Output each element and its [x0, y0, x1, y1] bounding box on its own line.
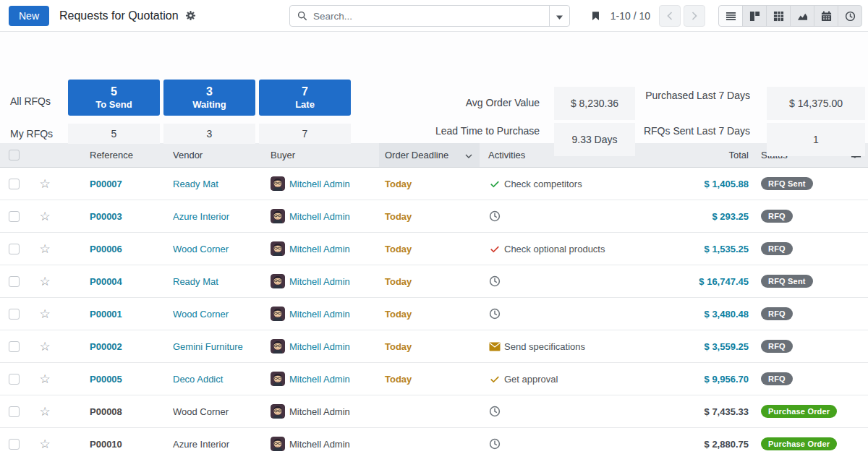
table-body: ☆ P00007 Ready Mat Mitchell Admin Today … [0, 168, 868, 454]
reference-link[interactable]: P00007 [90, 179, 122, 189]
buyer-link[interactable]: Mitchell Admin [289, 309, 350, 320]
star-icon[interactable]: ☆ [39, 210, 50, 223]
star-icon[interactable]: ☆ [39, 406, 50, 418]
activity-icon[interactable] [488, 275, 501, 287]
star-icon[interactable]: ☆ [39, 308, 50, 320]
reference-link[interactable]: P00004 [90, 276, 122, 287]
search-input[interactable] [313, 11, 549, 22]
row-checkbox[interactable] [9, 374, 20, 385]
vendor-link[interactable]: Wood Corner [173, 309, 229, 320]
vendor-link[interactable]: Azure Interior [173, 439, 229, 450]
star-icon[interactable]: ☆ [39, 373, 50, 385]
row-checkbox[interactable] [9, 439, 20, 450]
row-checkbox[interactable] [9, 406, 20, 417]
column-header-vendor[interactable]: Vendor [173, 143, 271, 167]
total-amount: $ 16,747.45 [699, 276, 749, 287]
buyer-link[interactable]: Mitchell Admin [289, 244, 350, 254]
table-row[interactable]: ☆ P00006 Wood Corner Mitchell Admin Toda… [0, 233, 868, 265]
calendar-view-icon[interactable] [814, 5, 838, 27]
reference-link[interactable]: P00010 [90, 439, 122, 450]
stat-value-avg-order-value: $ 8,230.36 [554, 87, 635, 120]
avatar [271, 372, 285, 386]
gear-icon[interactable] [185, 10, 196, 21]
row-checkbox[interactable] [9, 341, 20, 352]
row-checkbox[interactable] [9, 179, 20, 189]
activity-icon[interactable] [488, 308, 501, 320]
my-waiting-count[interactable]: 3 [163, 124, 255, 144]
star-icon[interactable]: ☆ [39, 438, 50, 450]
kpi-late[interactable]: 7 Late [259, 80, 351, 116]
column-header-order-deadline[interactable]: Order Deadline [379, 143, 480, 167]
total-amount: $ 7,435.33 [705, 406, 749, 417]
reference-link[interactable]: P00001 [90, 309, 122, 320]
search-bar[interactable] [289, 5, 570, 27]
star-icon[interactable]: ☆ [39, 275, 50, 288]
list-view-icon[interactable] [718, 5, 743, 27]
reference-link[interactable]: P00008 [90, 406, 122, 417]
row-checkbox[interactable] [9, 309, 20, 320]
kpi-waiting[interactable]: 3 Waiting [163, 80, 255, 116]
table-row[interactable]: ☆ P00010 Azure Interior Mitchell Admin $… [0, 428, 868, 454]
table-row[interactable]: ☆ P00007 Ready Mat Mitchell Admin Today … [0, 168, 868, 200]
bookmark-icon[interactable] [591, 10, 600, 22]
kanban-view-icon[interactable] [742, 5, 767, 27]
activity-icon[interactable] [488, 179, 501, 189]
vendor-link[interactable]: Wood Corner [173, 406, 229, 417]
activity-icon[interactable] [488, 406, 501, 417]
star-icon[interactable]: ☆ [39, 340, 50, 353]
order-deadline: Today [385, 244, 412, 254]
row-checkbox[interactable] [9, 211, 20, 222]
vendor-link[interactable]: Ready Mat [173, 179, 218, 189]
new-button[interactable]: New [9, 6, 49, 26]
vendor-link[interactable]: Azure Interior [173, 211, 229, 222]
row-checkbox[interactable] [9, 244, 20, 254]
reference-link[interactable]: P00005 [90, 374, 122, 385]
filter-all-rfqs[interactable]: All RFQs [10, 95, 51, 107]
buyer-link[interactable]: Mitchell Admin [289, 439, 350, 450]
activity-view-icon[interactable] [838, 5, 862, 27]
vendor-link[interactable]: Ready Mat [173, 276, 218, 287]
activity-icon[interactable] [488, 374, 501, 384]
vendor-link[interactable]: Deco Addict [173, 374, 223, 385]
vendor-link[interactable]: Gemini Furniture [173, 341, 243, 352]
table-row[interactable]: ☆ P00001 Wood Corner Mitchell Admin Toda… [0, 298, 868, 330]
row-checkbox[interactable] [9, 276, 20, 287]
column-header-total[interactable]: Total [665, 143, 752, 167]
column-header-buyer[interactable]: Buyer [271, 143, 379, 167]
column-header-reference[interactable]: Reference [61, 143, 173, 167]
star-icon[interactable]: ☆ [39, 178, 50, 190]
reference-link[interactable]: P00006 [90, 244, 122, 254]
star-icon[interactable]: ☆ [39, 243, 50, 255]
my-late-count[interactable]: 7 [259, 124, 351, 144]
filter-my-rfqs[interactable]: My RFQs [10, 128, 53, 140]
order-deadline: Today [385, 309, 412, 320]
table-row[interactable]: ☆ P00003 Azure Interior Mitchell Admin T… [0, 200, 868, 233]
select-all-checkbox[interactable] [9, 150, 20, 160]
graph-view-icon[interactable] [790, 5, 814, 27]
kpi-to-send[interactable]: 5 To Send [68, 80, 160, 116]
buyer-link[interactable]: Mitchell Admin [289, 374, 350, 385]
purchase-dashboard: All RFQs My RFQs 5 To Send 3 Waiting 7 L… [0, 32, 868, 143]
total-amount: $ 3,480.48 [705, 309, 749, 320]
buyer-link[interactable]: Mitchell Admin [289, 406, 350, 417]
pager-next-button[interactable] [684, 5, 705, 27]
table-row[interactable]: ☆ P00002 Gemini Furniture Mitchell Admin… [0, 330, 868, 363]
buyer-link[interactable]: Mitchell Admin [289, 341, 350, 352]
vendor-link[interactable]: Wood Corner [173, 244, 229, 254]
buyer-link[interactable]: Mitchell Admin [289, 211, 350, 222]
buyer-link[interactable]: Mitchell Admin [289, 276, 350, 287]
pivot-view-icon[interactable] [766, 5, 791, 27]
table-row[interactable]: ☆ P00005 Deco Addict Mitchell Admin Toda… [0, 363, 868, 395]
table-row[interactable]: ☆ P00008 Wood Corner Mitchell Admin $ 7,… [0, 395, 868, 428]
reference-link[interactable]: P00003 [90, 211, 122, 222]
reference-link[interactable]: P00002 [90, 341, 122, 352]
activity-icon[interactable] [488, 244, 501, 254]
activity-icon[interactable] [488, 210, 501, 222]
pager-previous-button[interactable] [659, 5, 681, 27]
buyer-link[interactable]: Mitchell Admin [289, 179, 350, 189]
table-row[interactable]: ☆ P00004 Ready Mat Mitchell Admin Today … [0, 265, 868, 298]
search-dropdown-toggle[interactable] [549, 6, 569, 26]
my-to-send-count[interactable]: 5 [68, 124, 160, 144]
activity-icon[interactable] [488, 438, 501, 450]
activity-icon[interactable] [488, 342, 501, 351]
